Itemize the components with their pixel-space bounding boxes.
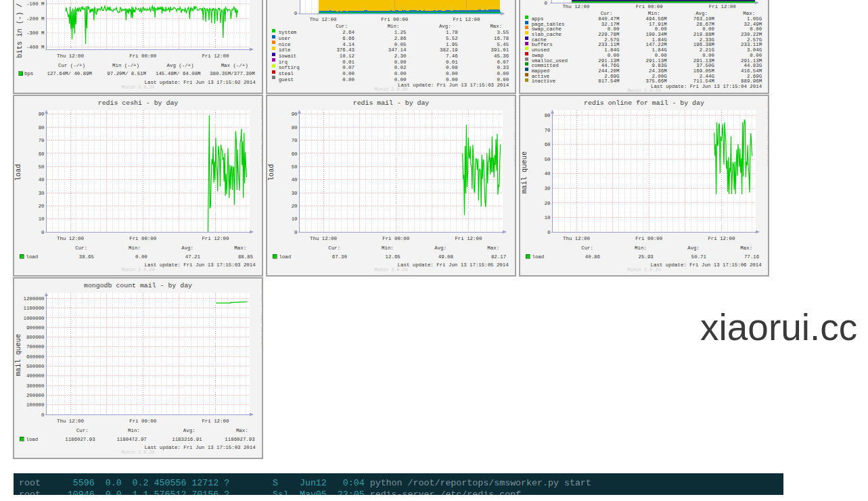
- svg-text:0.00: 0.00: [446, 77, 458, 82]
- svg-text:0: 0: [294, 11, 297, 16]
- svg-text:Min:: Min:: [129, 246, 141, 252]
- svg-text:900000: 900000: [26, 325, 45, 331]
- svg-text:Max:: Max:: [744, 11, 756, 16]
- svg-text:Thu 12:00: Thu 12:00: [57, 419, 84, 424]
- svg-text:20: 20: [39, 204, 45, 209]
- svg-text:mail queue: mail queue: [14, 334, 22, 376]
- svg-text:347.14: 347.14: [388, 47, 407, 53]
- svg-text:20: 20: [292, 204, 298, 209]
- svg-text:user: user: [279, 36, 291, 41]
- svg-text:700000: 700000: [26, 345, 45, 350]
- svg-text:redis mail - by day: redis mail - by day: [353, 100, 430, 108]
- svg-text:0.01: 0.01: [446, 59, 458, 65]
- svg-text:Fri 12:00: Fri 12:00: [202, 53, 229, 59]
- svg-text:82.17: 82.17: [491, 254, 506, 260]
- svg-text:RRDTOOL / TOBI OETIKER: RRDTOOL / TOBI OETIKER: [513, 99, 516, 166]
- svg-text:5.45: 5.45: [497, 42, 509, 47]
- svg-text:Cur:: Cur:: [76, 429, 89, 434]
- svg-text:60: 60: [292, 151, 298, 157]
- svg-text:60: 60: [545, 142, 551, 147]
- svg-text:Munin 2.0.20: Munin 2.0.20: [628, 267, 661, 272]
- svg-text:1186027.93: 1186027.93: [66, 437, 95, 442]
- svg-text:system: system: [279, 30, 297, 36]
- svg-text:0.00: 0.00: [394, 77, 407, 82]
- svg-text:1100000: 1100000: [24, 306, 45, 311]
- svg-text:Fri 12:00: Fri 12:00: [709, 4, 736, 9]
- svg-text:49.08: 49.08: [438, 254, 453, 260]
- svg-text:12.65: 12.65: [386, 254, 401, 260]
- svg-text:2.64: 2.64: [343, 30, 355, 36]
- svg-text:Last update: Fri Jun 13 17:15:: Last update: Fri Jun 13 17:15:03 2014: [398, 82, 509, 88]
- svg-text:Thu 12:00: Thu 12:00: [57, 53, 84, 59]
- svg-text:load: load: [14, 164, 22, 181]
- svg-text:30: 30: [292, 191, 298, 196]
- svg-text:80: 80: [39, 125, 45, 130]
- svg-text:-400 M: -400 M: [26, 45, 45, 51]
- svg-text:Thu 12:00: Thu 12:00: [310, 17, 337, 22]
- svg-text:Last update: Fri Jun 13 17:15:: Last update: Fri Jun 13 17:15:04 2014: [651, 84, 762, 89]
- svg-text:Munin 2.0.20: Munin 2.0.20: [122, 450, 155, 455]
- svg-text:Munin 2.0.20: Munin 2.0.20: [628, 88, 661, 93]
- svg-text:1.25: 1.25: [394, 30, 407, 36]
- svg-text:0.00: 0.00: [446, 71, 458, 76]
- svg-text:steal: steal: [279, 71, 294, 76]
- svg-text:-100 M: -100 M: [26, 2, 45, 7]
- svg-text:70: 70: [39, 139, 45, 144]
- svg-text:80: 80: [545, 113, 551, 118]
- svg-text:guest: guest: [279, 77, 294, 82]
- svg-text:Last update: Fri Jun 13 17:15:: Last update: Fri Jun 13 17:15:06 2014: [651, 262, 762, 268]
- svg-text:-200 M: -200 M: [26, 16, 45, 22]
- svg-text:0: 0: [547, 230, 550, 235]
- svg-text:100000: 100000: [26, 403, 45, 408]
- svg-text:Avg:: Avg:: [695, 11, 708, 16]
- svg-text:Fri 00:00: Fri 00:00: [636, 4, 663, 9]
- svg-text:6.66: 6.66: [343, 36, 355, 41]
- svg-text:Thu 12:00: Thu 12:00: [563, 236, 590, 241]
- svg-text:Fri 00:00: Fri 00:00: [130, 53, 157, 59]
- svg-text:382.19: 382.19: [440, 47, 458, 53]
- svg-text:10: 10: [545, 215, 551, 220]
- svg-text:0: 0: [545, 1, 547, 6]
- svg-text:0.00: 0.00: [497, 71, 509, 76]
- svg-text:10: 10: [292, 217, 298, 222]
- svg-text:Munin 2.0.20: Munin 2.0.20: [122, 85, 155, 90]
- svg-text:inactive: inactive: [532, 79, 555, 85]
- svg-text:Cur (-/+): Cur (-/+): [58, 63, 85, 68]
- svg-text:40: 40: [39, 178, 45, 183]
- svg-text:0: 0: [41, 412, 44, 418]
- svg-text:50: 50: [39, 164, 45, 170]
- svg-text:Last update: Fri Jun 13 17:15:: Last update: Fri Jun 13 17:15:03 2014: [145, 445, 256, 450]
- svg-text:Avg:: Avg:: [439, 24, 451, 29]
- svg-text:7.46: 7.46: [446, 53, 458, 59]
- svg-text:0.07: 0.07: [343, 65, 355, 70]
- svg-text:90: 90: [292, 112, 298, 118]
- svg-text:0.02: 0.02: [394, 65, 407, 70]
- svg-text:load: load: [26, 254, 39, 260]
- svg-text:0.00: 0.00: [135, 254, 147, 260]
- svg-text:Fri 00:00: Fri 00:00: [635, 236, 662, 241]
- svg-text:Max:: Max:: [488, 246, 500, 252]
- svg-text:-300 M: -300 M: [26, 30, 45, 36]
- svg-text:16.78: 16.78: [494, 36, 509, 41]
- svg-text:0.01: 0.01: [343, 59, 355, 65]
- svg-text:redis ceshi - by day: redis ceshi - by day: [98, 100, 179, 108]
- svg-text:Min:: Min:: [388, 24, 400, 29]
- svg-text:mongodb count mail - by day: mongodb count mail - by day: [84, 282, 192, 289]
- svg-text:mail queue: mail queue: [520, 151, 528, 193]
- svg-text:Fri 00:00: Fri 00:00: [130, 419, 157, 424]
- svg-text:800000: 800000: [26, 335, 45, 340]
- svg-text:0.08: 0.08: [446, 65, 458, 70]
- svg-text:10: 10: [39, 217, 45, 222]
- svg-text:50: 50: [292, 164, 298, 170]
- svg-text:nice: nice: [279, 42, 291, 47]
- svg-text:200000: 200000: [26, 393, 45, 398]
- svg-text:Avg:: Avg:: [182, 246, 194, 252]
- svg-text:load: load: [532, 254, 545, 260]
- svg-text:47.21: 47.21: [185, 254, 201, 260]
- svg-text:Max (-/+): Max (-/+): [221, 63, 248, 68]
- svg-text:Munin 2.0.20: Munin 2.0.20: [122, 267, 155, 272]
- svg-text:1200000: 1200000: [24, 296, 45, 302]
- svg-text:127.64M/ 40.89M: 127.64M/ 40.89M: [47, 72, 93, 77]
- svg-text:0.00: 0.00: [343, 71, 355, 76]
- svg-text:load: load: [267, 164, 275, 181]
